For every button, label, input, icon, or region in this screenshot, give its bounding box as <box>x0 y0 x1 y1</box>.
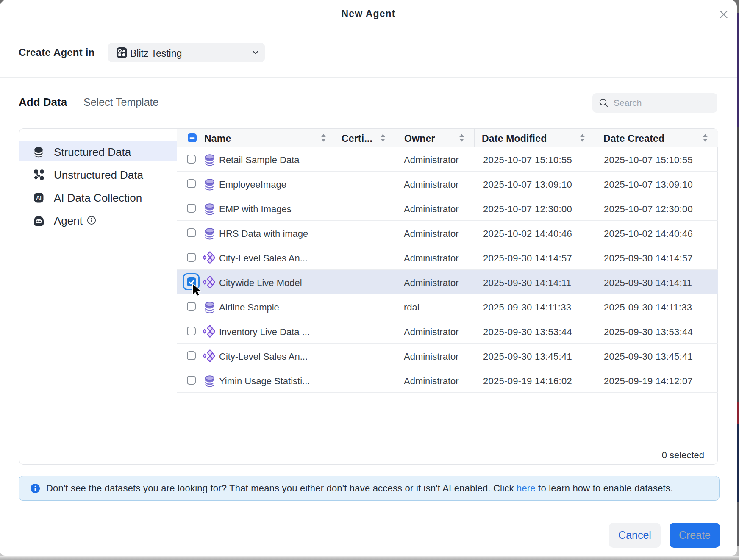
svg-text:AI: AI <box>36 195 42 201</box>
